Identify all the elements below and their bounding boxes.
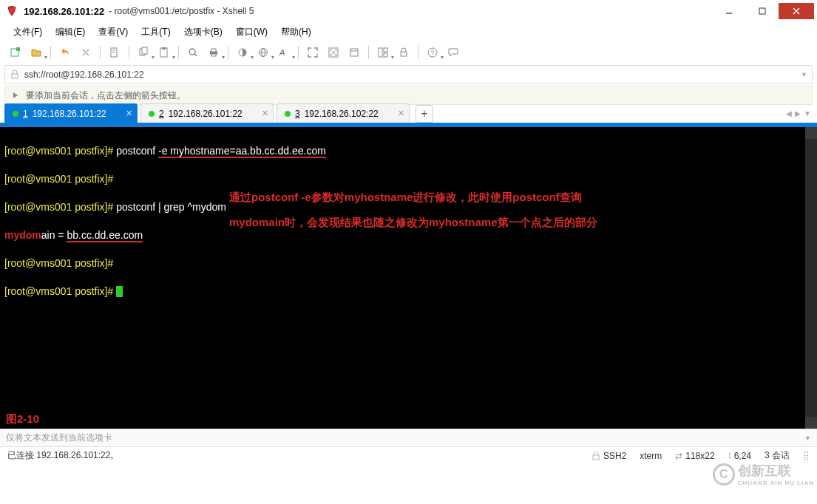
maximize-button[interactable] [745, 3, 779, 19]
status-protocol: SSH2 [591, 451, 626, 461]
add-session-arrow-icon[interactable] [11, 90, 21, 101]
terminal-line: [root@vms001 postfix]# [4, 256, 813, 270]
reconnect-icon[interactable] [55, 44, 75, 61]
terminal-line: [root@vms001 postfix]# [4, 285, 813, 299]
tab-close-icon[interactable]: ✕ [126, 109, 132, 118]
svg-rect-31 [379, 48, 382, 57]
close-button[interactable] [779, 3, 814, 19]
prompt: [root@vms001 postfix]# [4, 173, 116, 185]
tab-label: 192.168.26.101:22 [33, 109, 106, 119]
status-sessions: 3 会话 [765, 449, 790, 462]
session-hint-text: 要添加当前会话，点击左侧的箭头按钮。 [26, 89, 186, 102]
prompt: [root@vms001 postfix]# [4, 285, 116, 297]
chat-icon[interactable] [444, 44, 463, 61]
find-icon[interactable] [183, 44, 203, 61]
fullscreen-icon[interactable] [303, 44, 322, 61]
highlighted-value: bb.cc.dd.ee.com [67, 229, 143, 242]
svg-rect-37 [12, 74, 18, 78]
copy-icon[interactable] [134, 44, 153, 61]
menu-file[interactable]: 文件(F) [7, 24, 48, 41]
menu-tabs[interactable]: 选项卡(B) [178, 24, 228, 41]
watermark-text: 创新互联 [738, 463, 791, 478]
lock-icon[interactable] [394, 44, 413, 61]
color-scheme-icon[interactable] [233, 44, 252, 61]
title-subtitle: root@vms001:/etc/postfix - Xshell 5 [115, 6, 254, 16]
tab-close-icon[interactable]: ✕ [262, 109, 268, 118]
tab-list-icon[interactable]: ▼ [804, 109, 811, 118]
svg-rect-24 [329, 48, 332, 51]
session-tab-3[interactable]: 3 192.168.26.102:22 ✕ [277, 103, 410, 123]
svg-rect-10 [142, 47, 147, 54]
svg-rect-34 [401, 52, 407, 56]
status-grip-icon[interactable]: ⣿ [803, 451, 810, 461]
title-ip: 192.168.26.101:22 [24, 6, 104, 17]
paste-icon[interactable] [155, 44, 174, 61]
menu-edit[interactable]: 编辑(E) [50, 24, 91, 41]
toolbar-separator [50, 46, 51, 59]
tab-bar: 1 192.168.26.101:22 ✕ 2 192.168.26.101:2… [0, 106, 817, 127]
toolbar-separator [178, 46, 179, 59]
app-icon [6, 5, 18, 17]
tab-close-icon[interactable]: ✕ [398, 109, 404, 118]
svg-rect-32 [384, 48, 387, 52]
address-bar: ▼ [4, 65, 813, 84]
send-placeholder: 仅将文本发送到当前选项卡 [6, 432, 112, 444]
send-dropdown-icon[interactable]: ▼ [804, 435, 811, 442]
session-tab-2[interactable]: 2 192.168.26.101:22 ✕ [140, 103, 274, 123]
always-on-top-icon[interactable] [345, 44, 364, 61]
svg-text:?: ? [431, 49, 435, 56]
layout-icon[interactable] [373, 44, 393, 61]
annotation-line1: 通过postconf -e参数对myhostname进行修改，此时使用postc… [229, 185, 597, 210]
status-cursor-pos: ⁞ 6,24 [728, 451, 751, 461]
tab-nav-arrows[interactable]: ◀▶▼ [786, 109, 811, 118]
font-icon[interactable]: A [274, 44, 294, 61]
transparency-icon[interactable] [324, 44, 343, 61]
svg-rect-38 [593, 455, 599, 460]
tab-prev-icon[interactable]: ◀ [786, 109, 792, 118]
print-icon[interactable] [204, 44, 223, 61]
svg-rect-29 [350, 49, 358, 56]
toolbar-separator [298, 46, 299, 59]
status-termtype: xterm [640, 451, 662, 461]
figure-label: 图2-10 [6, 412, 39, 426]
session-tab-1[interactable]: 1 192.168.26.101:22 ✕ [4, 103, 138, 123]
menu-view[interactable]: 查看(V) [92, 24, 134, 41]
menu-help[interactable]: 帮助(H) [275, 24, 317, 41]
properties-icon[interactable] [105, 44, 124, 61]
send-text-bar[interactable]: 仅将文本发送到当前选项卡 ▼ [0, 429, 817, 446]
terminal-scrollbar[interactable] [805, 127, 817, 429]
prompt: [root@vms001 postfix]# [4, 257, 116, 269]
svg-rect-12 [162, 47, 166, 50]
toolbar: A ? [0, 41, 817, 64]
address-input[interactable] [24, 69, 796, 80]
toolbar-separator [418, 46, 418, 59]
status-dot-icon [13, 111, 18, 117]
svg-rect-26 [332, 51, 335, 54]
toolbar-separator [228, 46, 228, 59]
address-dropdown-icon[interactable]: ▼ [801, 71, 807, 78]
lock-tiny-icon [591, 452, 600, 460]
toolbar-separator [100, 46, 101, 59]
status-dot-icon [285, 111, 291, 117]
title-path: - root@vms001:/etc/postfix - Xshell 5 [109, 6, 254, 16]
help-icon[interactable]: ? [423, 44, 442, 61]
svg-rect-25 [335, 48, 338, 51]
prompt: [root@vms001 postfix]# [4, 201, 116, 213]
terminal-output[interactable]: [root@vms001 postfix]# postconf -e myhos… [0, 127, 817, 429]
tab-next-icon[interactable]: ▶ [795, 109, 801, 118]
disconnect-icon[interactable] [76, 44, 95, 61]
new-session-icon[interactable] [6, 44, 25, 61]
minimize-button[interactable] [712, 3, 745, 19]
tab-number: 2 [159, 109, 164, 119]
watermark: C 创新互联 CHUANG XIN HU LIAN [713, 462, 814, 486]
svg-text:A: A [279, 48, 285, 57]
encoding-icon[interactable] [254, 44, 273, 61]
watermark-subtext: CHUANG XIN HU LIAN [738, 480, 814, 486]
open-session-icon[interactable] [27, 44, 46, 61]
menu-window[interactable]: 窗口(W) [230, 24, 274, 41]
svg-line-14 [194, 54, 197, 56]
menu-tools[interactable]: 工具(T) [135, 24, 176, 41]
annotation-text: 通过postconf -e参数对myhostname进行修改，此时使用postc… [229, 185, 597, 235]
new-tab-button[interactable]: + [416, 105, 433, 123]
window-titlebar: 192.168.26.101:22 - root@vms001:/etc/pos… [0, 0, 817, 22]
